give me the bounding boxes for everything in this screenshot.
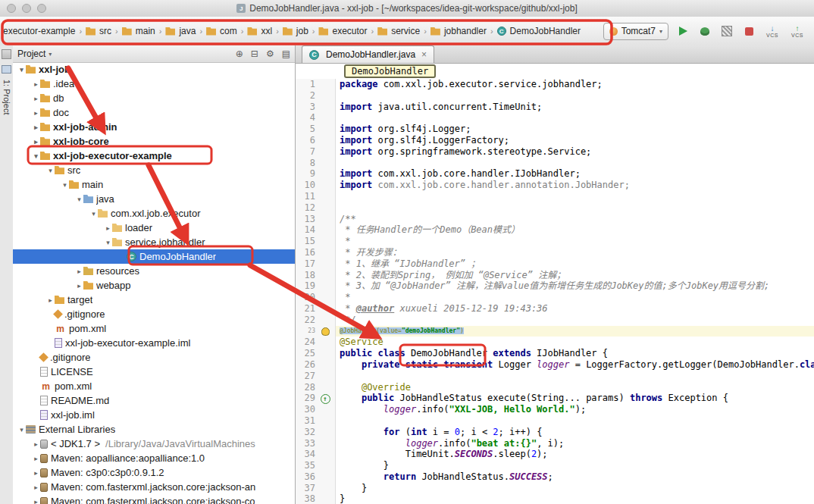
code-line-25[interactable]: 25public class DemoJobHandler extends IJ… <box>296 348 814 359</box>
code-line-16[interactable]: 16 * 开发步骤： <box>296 247 814 258</box>
tree-item-maven-com-fasterxml-jackson-core-jackson-an[interactable]: ▸Maven: com.fasterxml.jackson.core:jacks… <box>13 480 295 494</box>
code-line-13[interactable]: 13/** <box>296 214 814 225</box>
code-line-7[interactable]: 7import org.springframework.stereotype.S… <box>296 146 814 158</box>
tree-expand-icon[interactable]: ▾ <box>89 210 98 218</box>
zoom-window-button[interactable] <box>37 4 46 13</box>
tree-expand-icon[interactable]: ▸ <box>32 109 40 117</box>
tree-item-webapp[interactable]: ▸webapp <box>13 278 295 293</box>
close-window-button[interactable] <box>7 4 16 13</box>
breadcrumb-item-xxl[interactable]: xxl <box>246 24 273 38</box>
tree-item-target[interactable]: ▸target <box>13 293 295 307</box>
run-configuration-select[interactable]: Tomcat7 ▾ <box>603 23 668 40</box>
code-line-35[interactable]: 35 } <box>296 460 814 471</box>
tree-expand-icon[interactable]: ▾ <box>32 152 40 160</box>
locate-icon[interactable]: ⊕ <box>236 49 243 59</box>
code-editor[interactable]: 1package com.xxl.job.executor.service.jo… <box>296 79 814 504</box>
tree-item-pom-xml[interactable]: pom.xml <box>13 321 295 336</box>
breadcrumb-item-java[interactable]: java <box>164 24 196 38</box>
tree-item-maven-com-fasterxml-jackson-core-jackson-co[interactable]: ▸Maven: com.fasterxml.jackson.core:jacks… <box>13 494 295 504</box>
project-view-select[interactable]: Project ▾ <box>17 49 52 59</box>
tree-item-external-libraries[interactable]: ▾External Libraries <box>13 422 295 437</box>
code-line-29[interactable]: 29 public JobHandleStatus execute(String… <box>296 393 814 404</box>
hide-icon[interactable]: ▤ <box>282 49 290 59</box>
close-tab-icon[interactable]: × <box>421 49 427 60</box>
tab-demojobhandler[interactable]: DemoJobHandler.java × <box>302 45 434 63</box>
breadcrumb-item-demojobhandler[interactable]: DemoJobHandler <box>496 24 581 38</box>
code-line-8[interactable]: 8 <box>296 158 814 169</box>
code-line-3[interactable]: 3import java.util.concurrent.TimeUnit; <box>296 102 814 113</box>
code-line-34[interactable]: 34 TimeUnit.SECONDS.sleep(2); <box>296 449 814 460</box>
tree-item-jdk1-7[interactable]: ▸< JDK1.7 >/Library/Java/JavaVirtualMach… <box>13 437 295 451</box>
project-tool-window-icon[interactable] <box>2 65 11 74</box>
tree-item-license[interactable]: LICENSE <box>13 365 295 379</box>
breadcrumb-item-executor-example[interactable]: executor-example <box>2 24 76 38</box>
breadcrumb-item-main[interactable]: main <box>121 24 156 38</box>
stop-button[interactable] <box>741 23 756 39</box>
breadcrumb-item-service[interactable]: service <box>377 24 421 38</box>
code-line-19[interactable]: 19 * 3、加 “@JobHander” 注解，注解value值为新增任务生成… <box>296 280 814 292</box>
code-line-12[interactable]: 12 <box>296 202 814 214</box>
intention-bulb-icon[interactable] <box>321 327 330 336</box>
tree-item-demojobhandler[interactable]: DemoJobHandler <box>13 249 295 264</box>
tree-expand-icon[interactable]: ▾ <box>17 426 26 434</box>
tree-item-loader[interactable]: ▸loader <box>13 221 295 235</box>
code-line-22[interactable]: 22 */ <box>296 315 814 326</box>
code-line-26[interactable]: 26 private static transient Logger logge… <box>296 359 814 371</box>
tree-item-xxl-job-core[interactable]: ▸xxl-job-core <box>13 134 295 149</box>
tree-item-src[interactable]: ▾src <box>13 163 295 177</box>
code-line-2[interactable]: 2 <box>296 90 814 102</box>
tree-item-doc[interactable]: ▸doc <box>13 105 295 120</box>
tree-item-service-jobhandler[interactable]: ▾service.jobhandler <box>13 235 295 249</box>
tree-item-idea[interactable]: ▸.idea <box>13 77 295 91</box>
tree-item-com-xxl-job-executor[interactable]: ▾com.xxl.job.executor <box>13 206 295 221</box>
collapse-all-icon[interactable]: ⊟ <box>251 49 258 59</box>
breadcrumb-item-job[interactable]: job <box>282 24 309 38</box>
tree-item-xxl-job[interactable]: ▾xxl-job <box>13 62 295 77</box>
code-line-4[interactable]: 4 <box>296 112 814 124</box>
breadcrumb-item-executor[interactable]: executor <box>318 24 368 38</box>
code-line-1[interactable]: 1package com.xxl.job.executor.service.jo… <box>296 79 814 90</box>
tree-expand-icon[interactable]: ▸ <box>32 440 40 448</box>
code-line-6[interactable]: 6import org.slf4j.LoggerFactory; <box>296 135 814 146</box>
breadcrumb-item-com[interactable]: com <box>205 24 238 38</box>
tree-expand-icon[interactable]: ▾ <box>104 239 112 246</box>
tree-item-main[interactable]: ▾main <box>13 177 295 192</box>
code-line-17[interactable]: 17 * 1、继承 “IJobHandler” ； <box>296 258 814 270</box>
vcs-commit-button[interactable]: ↑ VCS <box>788 25 806 38</box>
code-line-28[interactable]: 28 @Override <box>296 382 814 393</box>
minimize-window-button[interactable] <box>22 4 31 13</box>
tree-expand-icon[interactable]: ▾ <box>17 66 26 74</box>
code-line-20[interactable]: 20 * <box>296 292 814 303</box>
coverage-button[interactable] <box>719 23 734 39</box>
vcs-update-button[interactable]: ↓ VCS <box>763 25 781 38</box>
tree-expand-icon[interactable]: ▾ <box>75 196 83 203</box>
run-button[interactable] <box>675 23 690 39</box>
tree-item-xxl-job-admin[interactable]: ▸xxl-job-admin <box>13 120 295 134</box>
tree-expand-icon[interactable]: ▸ <box>32 95 40 102</box>
tree-item-xxl-job-executor-example[interactable]: ▾xxl-job-executor-example <box>13 149 295 163</box>
debug-button[interactable] <box>697 23 712 39</box>
tree-expand-icon[interactable]: ▾ <box>46 167 55 174</box>
tree-expand-icon[interactable]: ▸ <box>75 282 83 290</box>
code-line-32[interactable]: 32 for (int i = 0; i < 2; i++) { <box>296 427 814 438</box>
tree-expand-icon[interactable]: ▸ <box>104 224 112 232</box>
breadcrumb-item-jobhandler[interactable]: jobhandler <box>430 24 487 38</box>
code-line-33[interactable]: 33 logger.info("beat at:{}", i); <box>296 438 814 449</box>
tree-item-readme-md[interactable]: README.md <box>13 393 295 408</box>
code-line-5[interactable]: 5import org.slf4j.Logger; <box>296 124 814 135</box>
tool-windows-icon[interactable] <box>2 49 11 59</box>
settings-gear-icon[interactable]: ⚙ <box>266 49 274 59</box>
code-line-15[interactable]: 15 * <box>296 236 814 247</box>
tree-item-maven-aopalliance-aopalliance-1-0[interactable]: ▸Maven: aopalliance:aopalliance:1.0 <box>13 451 295 465</box>
tree-expand-icon[interactable]: ▸ <box>32 469 40 477</box>
tree-expand-icon[interactable]: ▸ <box>32 484 40 491</box>
tree-expand-icon[interactable]: ▸ <box>32 138 40 146</box>
code-line-18[interactable]: 18 * 2、装配到Spring， 例如加 “@Service” 注解； <box>296 270 814 281</box>
tree-item-xxl-job-executor-example-iml[interactable]: xxl-job-executor-example.iml <box>13 336 295 350</box>
tree-expand-icon[interactable]: ▸ <box>32 80 40 88</box>
tree-item-gitignore[interactable]: .gitignore <box>13 350 295 365</box>
tree-item-db[interactable]: ▸db <box>13 91 295 105</box>
code-line-38[interactable]: 38} <box>296 493 814 504</box>
tree-expand-icon[interactable]: ▸ <box>32 455 40 462</box>
tree-expand-icon[interactable]: ▾ <box>61 181 69 189</box>
